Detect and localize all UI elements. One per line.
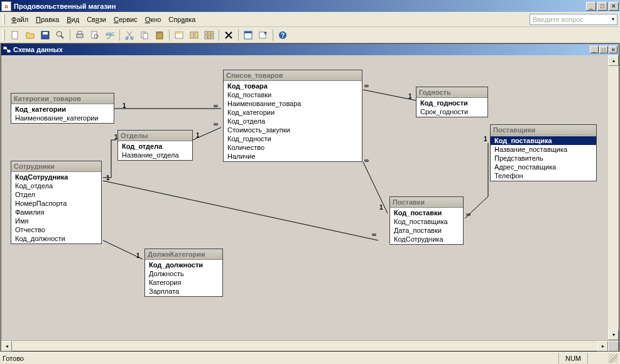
search-icon[interactable] [53, 28, 67, 42]
table-field[interactable]: Отчество [11, 225, 101, 234]
table-field[interactable]: Должность [145, 269, 222, 278]
table-header[interactable]: Катерогии_товаров [11, 94, 114, 104]
table-products[interactable]: Список_товаров Код_товараКод_поставкиНаи… [223, 70, 362, 162]
horizontal-scrollbar[interactable]: ◂ ▸ [1, 340, 619, 351]
table-suppliers[interactable]: Поставщики Код_поставщикаНазвание_постав… [490, 124, 597, 181]
maximize-button[interactable]: □ [597, 2, 607, 11]
table-field[interactable]: КодСотрудника [390, 235, 463, 244]
menu-window[interactable]: Окно [141, 14, 165, 24]
menu-file[interactable]: Файл [8, 14, 32, 24]
table-field[interactable]: Название_поставщика [491, 145, 596, 154]
child-minimize-button[interactable]: _ [590, 46, 599, 53]
new-icon[interactable] [8, 28, 22, 42]
table-field[interactable]: Код_отдела [224, 117, 362, 126]
show-direct-icon[interactable] [187, 28, 201, 42]
svg-rect-15 [158, 31, 161, 33]
db-window-icon[interactable] [241, 28, 255, 42]
cut-icon[interactable] [122, 28, 136, 42]
table-field[interactable]: Срок_годности [416, 107, 487, 116]
table-field[interactable]: Наименование_товара [224, 99, 362, 108]
table-field[interactable]: Имя [11, 217, 101, 225]
print-icon[interactable] [73, 28, 87, 42]
table-field[interactable]: Код_поставки [390, 208, 463, 217]
svg-rect-23 [205, 36, 207, 39]
menu-service[interactable]: Сервис [110, 14, 141, 24]
table-header[interactable]: Сотрудники [11, 161, 101, 172]
help-search-box[interactable]: Введите вопрос ▾ [530, 14, 617, 25]
table-categories[interactable]: Катерогии_товаров Код_категорииНаименова… [11, 93, 114, 124]
save-icon[interactable] [38, 28, 52, 42]
scroll-track[interactable] [12, 341, 597, 351]
table-field[interactable]: Код_поставки [224, 90, 362, 99]
minimize-button[interactable]: _ [586, 2, 596, 11]
table-header[interactable]: ДолжнКатегории [145, 249, 222, 260]
resize-grip[interactable] [609, 354, 617, 363]
table-header[interactable]: Поставщики [491, 125, 596, 136]
table-employees[interactable]: Сотрудники КодСотрудникаКод_отделаОтделН… [11, 161, 102, 244]
table-field[interactable]: Наличие [224, 152, 362, 161]
toolbar-grip[interactable] [3, 29, 5, 41]
svg-rect-0 [12, 31, 18, 39]
table-field[interactable]: Зарплата [145, 287, 222, 296]
table-header[interactable]: Отделы [118, 131, 192, 141]
table-departments[interactable]: Отделы Код_отделаНазвание_отдела [117, 130, 193, 161]
menu-edit[interactable]: Правка [32, 14, 63, 24]
table-field[interactable]: Отдел [11, 190, 101, 199]
table-field[interactable]: Адрес_поставщика [491, 163, 596, 171]
scroll-right-button[interactable]: ▸ [597, 341, 608, 351]
table-field[interactable]: Код_категории [224, 108, 362, 117]
close-button[interactable]: ✕ [609, 2, 619, 11]
scroll-down-button[interactable]: ▾ [608, 329, 619, 340]
relationship-canvas[interactable]: 1 ∞ 1 ∞ 1 ∞ ∞ 1 1 ∞ ∞ 1 ∞ 1 ∞ 1 Катероги… [1, 55, 619, 340]
table-field[interactable]: Дата_поставки [390, 226, 463, 235]
table-field[interactable]: Код_категории [11, 105, 114, 114]
scroll-left-button[interactable]: ◂ [1, 341, 12, 351]
table-field[interactable]: Представитель [491, 154, 596, 163]
table-field[interactable]: Название_отдела [118, 151, 192, 159]
table-field[interactable]: Наименование_категории [11, 114, 114, 122]
show-all-icon[interactable] [202, 28, 216, 42]
show-table-icon[interactable] [172, 28, 186, 42]
preview-icon[interactable] [88, 28, 102, 42]
help-icon[interactable]: ? [276, 28, 290, 42]
table-field[interactable]: НомерПаспорта [11, 199, 101, 208]
table-field[interactable]: Код_товара [224, 82, 362, 90]
table-field[interactable]: Телефон [491, 171, 596, 180]
paste-icon[interactable] [153, 28, 166, 42]
table-field[interactable]: Код_должности [11, 234, 101, 243]
table-expiry[interactable]: Годность Код_годностиСрок_годности [416, 87, 488, 117]
menu-relations[interactable]: Связи [83, 14, 110, 24]
vertical-scrollbar[interactable]: ▴ ▾ [608, 55, 619, 340]
child-close-button[interactable]: ✕ [609, 46, 617, 53]
spell-icon[interactable]: ABC [103, 28, 117, 42]
child-maximize-button[interactable]: □ [599, 46, 608, 53]
delete-icon[interactable] [222, 28, 236, 42]
table-field[interactable]: Код_отдела [118, 142, 192, 151]
scroll-up-button[interactable]: ▴ [608, 55, 619, 66]
open-icon[interactable] [23, 28, 37, 42]
table-field[interactable]: Код_отдела [11, 181, 101, 190]
table-field[interactable]: КодСотрудника [11, 173, 101, 181]
menu-help[interactable]: Справка [165, 14, 199, 24]
svg-rect-2 [43, 32, 48, 35]
table-field[interactable]: Количество [224, 143, 362, 152]
table-field[interactable]: Код_поставщика [491, 136, 596, 145]
menu-view[interactable]: Вид [63, 14, 83, 24]
table-field[interactable]: Код_годности [416, 99, 487, 107]
table-field[interactable]: Фамилия [11, 208, 101, 217]
new-object-icon[interactable]: ▾ [256, 28, 270, 42]
table-position-categories[interactable]: ДолжнКатегории Код_должностиДолжностьКат… [144, 249, 223, 297]
table-field[interactable]: Код_годности [224, 134, 362, 143]
scroll-track[interactable] [608, 66, 619, 329]
table-header[interactable]: Поставки [390, 197, 463, 208]
table-header[interactable]: Годность [416, 87, 487, 98]
table-header[interactable]: Список_товаров [224, 70, 362, 81]
table-field[interactable]: Стоимость_закупки [224, 126, 362, 134]
menu-grip[interactable] [3, 14, 5, 24]
svg-text:ABC: ABC [106, 32, 114, 36]
table-field[interactable]: Категория [145, 278, 222, 287]
copy-icon[interactable] [138, 28, 151, 42]
table-field[interactable]: Код_поставщика [390, 217, 463, 226]
table-deliveries[interactable]: Поставки Код_поставкиКод_поставщикаДата_… [389, 196, 464, 245]
table-field[interactable]: Код_должности [145, 260, 222, 269]
